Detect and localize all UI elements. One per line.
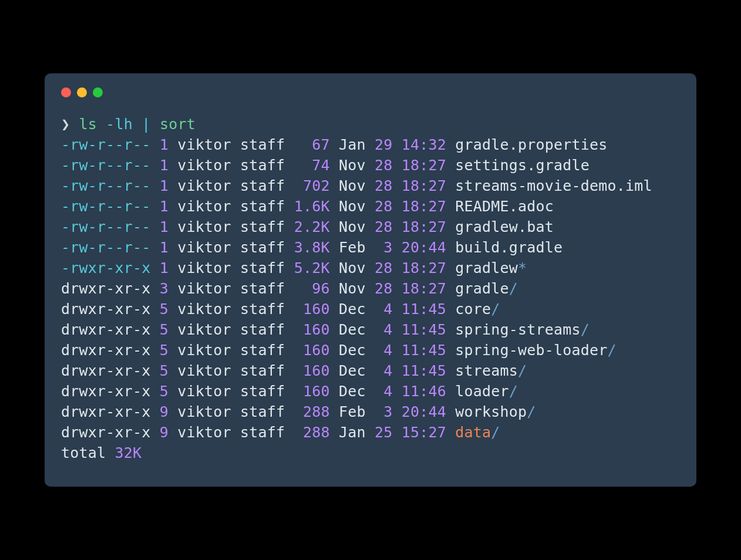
link-count: 5 [160,342,169,359]
file-permissions: drwxr-xr-x [61,301,151,318]
date-day: 3 [375,403,393,420]
group: staff [240,157,285,174]
terminal-window: ❯ ls -lh | sort -rw-r--r-- 1 viktor staf… [45,73,696,487]
file-name: workshop [455,403,527,420]
file-name: README.adoc [455,198,554,215]
file-permissions: drwxr-xr-x [61,424,151,441]
date-day: 28 [375,157,393,174]
owner: viktor [177,280,231,297]
link-count: 5 [160,301,169,318]
date-day: 3 [375,239,393,256]
group: staff [240,218,285,235]
link-count: 3 [160,280,169,297]
exec-star-icon: * [518,259,527,276]
owner: viktor [177,136,231,153]
file-size: 160 [294,321,330,338]
link-count: 5 [160,321,169,338]
date-month: Dec [339,383,366,400]
file-permissions: -rw-r--r-- [61,198,151,215]
date-time: 11:45 [402,342,446,359]
owner: viktor [177,321,231,338]
date-time: 18:27 [402,218,446,235]
dir-slash-icon: / [608,342,617,359]
group: staff [240,280,285,297]
date-time: 18:27 [402,157,446,174]
date-time: 15:27 [402,424,446,441]
file-name: spring-streams [455,321,581,338]
date-day: 28 [375,259,393,276]
group: staff [240,362,285,379]
group: staff [240,321,285,338]
file-name: data [455,424,491,441]
date-month: Dec [339,362,366,379]
date-month: Dec [339,342,366,359]
date-day: 28 [375,218,393,235]
date-time: 18:27 [402,177,446,194]
zoom-button[interactable] [93,87,103,97]
total-value: 32K [115,444,142,461]
owner: viktor [177,301,231,318]
dir-slash-icon: / [509,280,518,297]
group: staff [240,259,285,276]
dir-slash-icon: / [491,424,500,441]
date-day: 4 [375,321,393,338]
link-count: 9 [160,403,169,420]
file-name: streams-movie-demo.iml [455,177,652,194]
date-month: Nov [339,218,366,235]
file-permissions: drwxr-xr-x [61,403,151,420]
terminal-content[interactable]: ❯ ls -lh | sort -rw-r--r-- 1 viktor staf… [61,114,680,463]
link-count: 5 [160,362,169,379]
owner: viktor [177,157,231,174]
file-name: build.gradle [455,239,563,256]
file-size: 1.6K [294,198,330,215]
date-month: Nov [339,177,366,194]
file-size: 702 [294,177,330,194]
date-day: 4 [375,301,393,318]
minimize-button[interactable] [77,87,87,97]
pipe-symbol: | [142,116,150,133]
file-size: 288 [294,403,330,420]
date-day: 29 [375,136,393,153]
owner: viktor [177,403,231,420]
date-month: Jan [339,136,366,153]
date-month: Nov [339,259,366,276]
group: staff [240,342,285,359]
window-controls [61,87,680,114]
file-size: 67 [294,136,330,153]
file-size: 5.2K [294,259,330,276]
total-label: total [61,444,106,461]
file-permissions: drwxr-xr-x [61,362,151,379]
group: staff [240,301,285,318]
dir-slash-icon: / [509,383,518,400]
date-month: Nov [339,280,366,297]
file-permissions: -rw-r--r-- [61,218,151,235]
file-name: spring-web-loader [455,342,607,359]
date-month: Feb [339,239,366,256]
date-time: 11:45 [402,362,446,379]
dir-slash-icon: / [527,403,535,420]
date-month: Nov [339,198,366,215]
date-time: 18:27 [402,198,446,215]
link-count: 1 [160,218,169,235]
file-permissions: -rw-r--r-- [61,157,151,174]
file-size: 3.8K [294,239,330,256]
owner: viktor [177,342,231,359]
date-month: Jan [339,424,366,441]
close-button[interactable] [61,87,71,97]
date-time: 11:46 [402,383,446,400]
date-day: 25 [375,424,393,441]
file-name: settings.gradle [455,157,590,174]
date-time: 14:32 [402,136,446,153]
owner: viktor [177,259,231,276]
owner: viktor [177,383,231,400]
file-size: 160 [294,301,330,318]
command-flag: -lh [106,116,133,133]
date-time: 18:27 [402,259,446,276]
date-day: 4 [375,383,393,400]
file-name: gradle [455,280,509,297]
group: staff [240,177,285,194]
link-count: 1 [160,157,169,174]
date-day: 4 [375,362,393,379]
date-day: 4 [375,342,393,359]
prompt-arrow: ❯ [61,116,70,133]
